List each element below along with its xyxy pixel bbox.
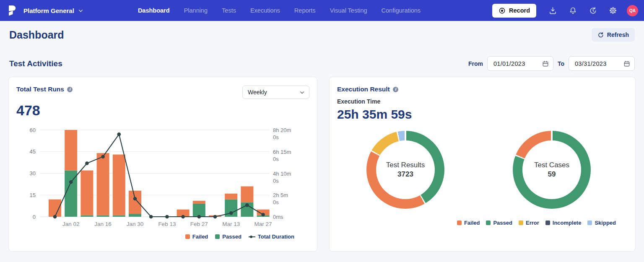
legend-item-skipped: Skipped	[587, 220, 616, 226]
svg-text:Feb 13: Feb 13	[158, 221, 176, 227]
svg-text:Jan 16: Jan 16	[94, 221, 112, 227]
svg-text:6h 15m: 6h 15m	[273, 149, 291, 155]
svg-text:Mar 27: Mar 27	[254, 221, 272, 227]
duration-point-feb-06	[149, 215, 153, 219]
total-test-runs-value: 478	[16, 102, 309, 119]
svg-text:Jan 02: Jan 02	[62, 221, 80, 227]
bar-passed-jan-30	[129, 214, 141, 217]
total-test-runs-title: Total Test Runs	[16, 86, 64, 93]
duration-point-jan-09	[85, 161, 89, 165]
refresh-label: Refresh	[607, 31, 629, 38]
execution-result-title: Execution Result	[337, 86, 390, 93]
legend-item-passed: Passed	[486, 220, 512, 226]
bar-failed-mar-20	[241, 187, 253, 202]
history-button[interactable]	[585, 3, 601, 18]
legend-item-passed: Passed	[215, 233, 242, 240]
svg-text:30: 30	[30, 170, 36, 176]
bar-failed-jan-16	[97, 153, 109, 215]
svg-text:2h 5m: 2h 5m	[273, 192, 288, 198]
duration-point-mar-13	[229, 211, 233, 215]
bar-passed-jan-16	[97, 215, 109, 217]
info-icon[interactable]: i	[67, 87, 73, 92]
svg-text:0s: 0s	[273, 178, 279, 184]
duration-point-mar-06	[213, 215, 217, 219]
refresh-button[interactable]: Refresh	[592, 28, 635, 42]
notifications-button[interactable]	[565, 3, 581, 18]
test-cases-donut-value: 59	[548, 170, 556, 179]
svg-text:Jan 30: Jan 30	[127, 221, 144, 227]
svg-text:Mar 13: Mar 13	[222, 221, 240, 227]
bar-passed-feb-27	[193, 204, 205, 217]
notifications-icon	[569, 6, 577, 15]
settings-icon	[609, 6, 617, 15]
main-nav: DashboardPlanningTestsExecutionsReportsV…	[138, 7, 492, 14]
test-results-donut-value: 3723	[397, 170, 413, 179]
section-title: Test Activities	[9, 59, 62, 68]
download-button[interactable]	[545, 3, 561, 18]
duration-point-jan-16	[101, 155, 105, 158]
total-test-runs-chart: 0153045608h 20m0s6h 15m0s4h 10m0s2h 5m0s…	[16, 120, 310, 233]
test-results-donut[interactable]: Test Results 3723	[366, 131, 444, 209]
interval-select[interactable]: Weekly	[242, 86, 309, 99]
svg-text:4h 10m: 4h 10m	[273, 171, 291, 177]
svg-text:8h 20m: 8h 20m	[273, 127, 291, 133]
nav-item-reports[interactable]: Reports	[294, 7, 316, 14]
record-label: Record	[509, 7, 530, 14]
nav-item-executions[interactable]: Executions	[250, 7, 280, 14]
total-test-runs-legend: FailedPassedTotal Duration	[16, 233, 309, 240]
test-results-donut-label: Test Results	[386, 161, 425, 169]
download-icon	[548, 6, 557, 15]
duration-point-feb-20	[181, 215, 185, 219]
bar-failed-jan-02	[65, 130, 77, 171]
duration-point-mar-20	[245, 203, 249, 207]
to-label: To	[558, 60, 564, 67]
duration-point-mar-27	[261, 213, 265, 217]
from-date-input[interactable]: 01/01/2023	[487, 56, 553, 71]
duration-point-dec-26	[53, 215, 57, 219]
total-test-runs-card: Total Test Runs i Weekly 478 0153045608h…	[8, 77, 317, 252]
settings-button[interactable]	[605, 3, 621, 18]
test-activities-header: Test Activities From 01/01/2023 To 03/31…	[0, 49, 644, 77]
nav-item-planning[interactable]: Planning	[184, 7, 208, 14]
page-header: Dashboard Refresh	[0, 21, 644, 49]
to-date-input[interactable]: 03/31/2023	[569, 56, 635, 71]
refresh-icon	[597, 32, 604, 38]
bar-failed-jan-30	[129, 191, 141, 214]
svg-text:0: 0	[33, 214, 36, 220]
nav-item-tests[interactable]: Tests	[222, 7, 236, 14]
duration-point-jan-02	[69, 180, 73, 184]
execution-time-label: Execution Time	[337, 98, 628, 105]
test-cases-donut-label: Test Cases	[534, 161, 569, 169]
duration-point-feb-13	[165, 215, 169, 219]
calendar-icon	[542, 60, 549, 67]
test-cases-donut[interactable]: Test Cases 59	[513, 131, 591, 209]
bar-failed-mar-13	[225, 194, 237, 200]
bar-passed-jan-09	[80, 215, 93, 217]
duration-point-jan-30	[133, 197, 137, 201]
duration-point-jan-23	[117, 132, 121, 136]
app-logo-icon	[7, 5, 18, 16]
from-label: From	[468, 60, 483, 67]
nav-item-configurations[interactable]: Configurations	[382, 7, 421, 14]
bar-passed-jan-23	[113, 215, 125, 217]
svg-text:0s: 0s	[273, 156, 279, 162]
nav-item-dashboard[interactable]: Dashboard	[138, 7, 170, 14]
history-icon	[589, 6, 597, 15]
bar-failed-jan-23	[113, 155, 125, 215]
workspace-label: Platform General	[23, 7, 74, 14]
chevron-down-icon	[299, 90, 305, 95]
execution-result-legend: FailedPassedErrorIncompleteSkipped	[337, 220, 628, 226]
svg-text:0s: 0s	[273, 134, 279, 140]
legend-item-failed: Failed	[457, 220, 480, 226]
bar-failed-jan-09	[80, 171, 93, 215]
avatar[interactable]: QA	[627, 5, 638, 16]
svg-text:0ms: 0ms	[273, 214, 283, 220]
nav-item-visual-testing[interactable]: Visual Testing	[330, 7, 367, 14]
legend-item-total-duration: Total Duration	[249, 233, 294, 240]
info-icon[interactable]: i	[393, 87, 398, 92]
record-icon	[499, 7, 506, 14]
svg-text:45: 45	[30, 148, 36, 155]
record-button[interactable]: Record	[492, 4, 536, 18]
workspace-switcher[interactable]: Platform General	[23, 7, 83, 14]
duration-point-feb-27	[197, 215, 201, 219]
